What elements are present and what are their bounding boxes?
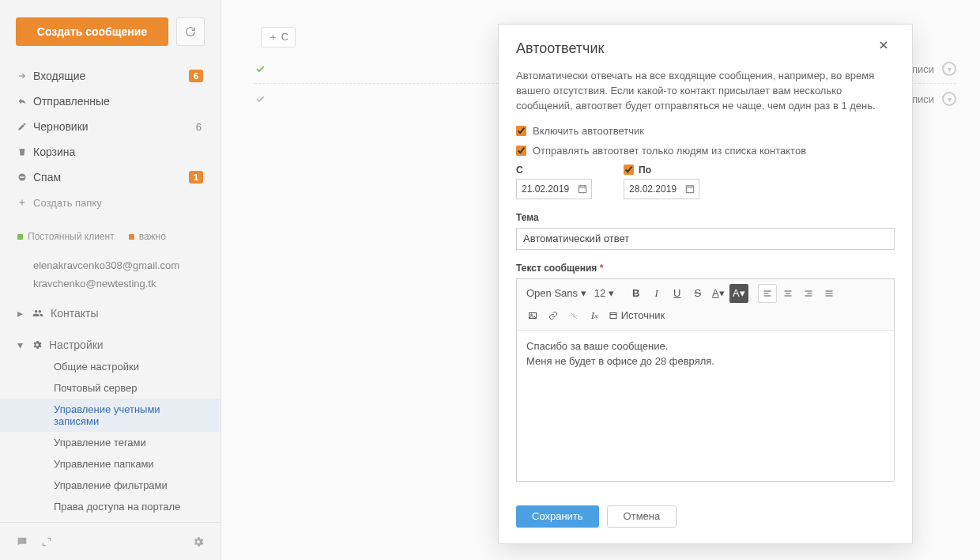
account-item[interactable]: elenakravcenko308@gmail.com	[33, 256, 203, 274]
expand-icon[interactable]	[41, 536, 52, 547]
unlink-button[interactable]	[564, 306, 583, 325]
accounts-list: elenakravcenko308@gmail.com kravchenko@n…	[0, 248, 220, 293]
font-family-value: Open Sans	[526, 287, 578, 299]
align-right-button[interactable]	[799, 284, 818, 303]
settings-filters[interactable]: Управление фильтрами	[0, 475, 220, 496]
tag-permanent-label: Постоянный клиент	[28, 231, 115, 242]
nav-create-folder-label: Создать папку	[33, 197, 203, 209]
refresh-button[interactable]	[176, 17, 205, 46]
date-to-enabled-checkbox[interactable]	[624, 165, 634, 175]
nav-inbox-badge: 6	[189, 70, 203, 82]
date-to-value: 28.02.2019	[629, 184, 677, 195]
cancel-button[interactable]: Отмена	[607, 505, 677, 528]
link-button[interactable]	[544, 306, 563, 325]
calendar-icon	[684, 184, 695, 195]
calendar-icon	[577, 184, 588, 195]
enable-autoreply-row[interactable]: Включить автоответчик	[516, 125, 895, 137]
body-label: Текст сообщения	[516, 263, 597, 274]
nav-spam[interactable]: Спам 1	[0, 165, 220, 190]
arrow-right-icon	[17, 71, 28, 81]
date-to-label: По	[639, 165, 651, 176]
add-account-button[interactable]: ＋ С	[261, 27, 296, 47]
settings-list: Общие настройки Почтовый сервер Управлен…	[0, 356, 220, 517]
svg-rect-3	[686, 185, 693, 192]
save-button[interactable]: Сохранить	[516, 505, 599, 528]
svg-rect-6	[610, 312, 616, 318]
nav-create-folder[interactable]: Создать папку	[0, 190, 220, 215]
date-from-input[interactable]: 21.02.2019	[516, 179, 592, 199]
settings-accounts[interactable]: Управление учетными записями	[0, 399, 220, 432]
date-from-col: С 21.02.2019	[516, 165, 592, 199]
settings-tags[interactable]: Управление тегами	[0, 432, 220, 453]
subject-input[interactable]	[516, 228, 895, 250]
nav-trash[interactable]: Корзина	[0, 139, 220, 165]
settings-folders[interactable]: Управление папками	[0, 453, 220, 475]
font-family-select[interactable]: Open Sans ▾	[523, 284, 590, 303]
editor-textarea[interactable]: Спасибо за ваше сообщение. Меня не будет…	[517, 331, 894, 481]
nav-drafts-label: Черновики	[33, 120, 196, 133]
settings-portal[interactable]: Права доступа на портале	[0, 496, 220, 517]
chat-icon[interactable]	[16, 535, 28, 548]
settings-general[interactable]: Общие настройки	[0, 356, 220, 377]
bg-color-button[interactable]: A▾	[729, 284, 748, 303]
align-justify-button[interactable]	[820, 284, 839, 303]
check-icon	[254, 93, 269, 104]
strike-button[interactable]: S	[688, 284, 707, 303]
compose-button[interactable]: Создать сообщение	[16, 17, 168, 46]
nav-sent[interactable]: Отправленные	[0, 89, 220, 114]
bold-button[interactable]: B	[627, 284, 646, 303]
align-left-button[interactable]	[758, 284, 777, 303]
font-size-select[interactable]: 12 ▾	[591, 284, 617, 303]
date-to-input[interactable]: 28.02.2019	[624, 179, 699, 199]
spam-icon	[17, 172, 28, 182]
tag-important[interactable]: важно	[129, 231, 166, 242]
gear-bottom-icon[interactable]	[192, 535, 205, 548]
nav-trash-label: Корзина	[33, 146, 203, 158]
sidebar: Создать сообщение Входящие 6 Отправленны…	[0, 0, 221, 560]
section-settings[interactable]: ▾ Настройки	[0, 324, 220, 356]
align-center-button[interactable]	[778, 284, 797, 303]
gear-icon	[32, 339, 43, 350]
add-account-label: С	[281, 31, 288, 43]
date-from-value: 21.02.2019	[522, 184, 569, 195]
modal-description: Автоматически отвечать на все входящие с…	[516, 69, 895, 114]
image-button[interactable]	[523, 306, 542, 325]
enable-autoreply-checkbox[interactable]	[516, 126, 526, 136]
chevron-down-icon[interactable]: ▾	[942, 62, 956, 76]
chevron-down-icon[interactable]: ▾	[942, 92, 956, 106]
body-line: Меня не будет в офисе до 28 февряля.	[526, 354, 884, 369]
close-button[interactable]	[877, 39, 896, 58]
text-color-button[interactable]: A▾	[709, 284, 728, 303]
modal-title: Автоответчик	[516, 40, 877, 57]
date-from-label: С	[516, 165, 523, 176]
sidebar-bottom	[0, 522, 220, 560]
main-area: ＋ С Настройка подписи ▾ Настройка подпис…	[221, 0, 980, 560]
underline-button[interactable]: U	[668, 284, 687, 303]
nav-spam-label: Спам	[33, 171, 189, 184]
tag-permanent[interactable]: Постоянный клиент	[17, 231, 115, 242]
svg-rect-1	[20, 176, 24, 178]
svg-point-5	[531, 314, 533, 316]
tags-row: Постоянный клиент важно	[0, 220, 220, 248]
autoreply-modal: Автоответчик Автоматически отвечать на в…	[498, 24, 913, 544]
account-item[interactable]: kravchenko@newtesting.tk	[33, 274, 203, 293]
subject-label: Тема	[516, 212, 895, 223]
nav-drafts[interactable]: Черновики 6	[0, 114, 220, 139]
close-icon	[877, 39, 890, 51]
source-label: Источник	[621, 309, 665, 321]
tag-orange-dot	[129, 234, 134, 240]
tag-green-dot	[17, 234, 23, 240]
clear-format-button[interactable]: Ix	[585, 306, 604, 325]
required-marker: *	[600, 263, 604, 274]
contacts-only-row[interactable]: Отправлять автоответ только людям из спи…	[516, 145, 895, 157]
section-contacts[interactable]: ▸ Контакты	[0, 293, 220, 324]
contacts-only-checkbox[interactable]	[516, 146, 526, 156]
trash-icon	[17, 147, 28, 157]
plus-icon	[17, 198, 28, 207]
nav-inbox[interactable]: Входящие 6	[0, 63, 220, 89]
italic-button[interactable]: I	[647, 284, 666, 303]
settings-mailserver[interactable]: Почтовый сервер	[0, 377, 220, 399]
tag-important-label: важно	[139, 231, 166, 242]
nav-sent-label: Отправленные	[33, 95, 203, 108]
source-button[interactable]: Источник	[605, 306, 668, 325]
